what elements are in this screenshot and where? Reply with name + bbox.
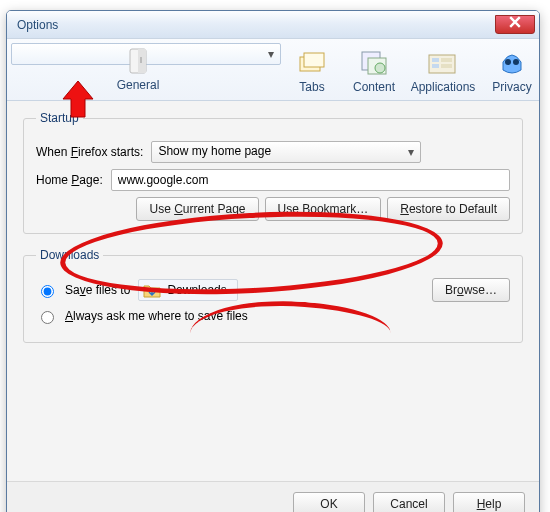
svg-point-7: [375, 63, 385, 73]
dialog-footer: OK Cancel Help: [7, 481, 539, 512]
help-button[interactable]: Help: [453, 492, 525, 512]
always-ask-label: Always ask me where to save files: [65, 309, 248, 323]
content-icon: [346, 48, 402, 78]
folder-icon: [143, 282, 161, 298]
downloads-folder-picker[interactable]: Downloads: [138, 279, 237, 301]
home-page-label: Home Page:: [36, 173, 103, 187]
startup-legend: Startup: [36, 111, 83, 125]
tab-tabs[interactable]: Tabs: [281, 43, 343, 100]
dialog-body: Startup When Firefox starts: Show my hom…: [7, 101, 539, 481]
close-icon: [509, 16, 521, 28]
restore-default-button[interactable]: Restore to Default: [387, 197, 510, 221]
tab-content[interactable]: Content: [343, 43, 405, 100]
use-current-page-button[interactable]: Use Current Page: [136, 197, 258, 221]
tabs-icon: [284, 48, 340, 78]
cancel-button[interactable]: Cancel: [373, 492, 445, 512]
startup-group: Startup When Firefox starts: Show my hom…: [23, 111, 523, 234]
svg-rect-9: [432, 58, 439, 62]
save-files-radio[interactable]: [41, 285, 54, 298]
when-firefox-starts-select[interactable]: Show my home page: [151, 141, 421, 163]
tab-privacy[interactable]: Privacy: [481, 43, 540, 100]
tab-label: Privacy: [484, 80, 540, 94]
svg-rect-4: [304, 53, 324, 67]
tab-label: Tabs: [284, 80, 340, 94]
privacy-icon: [484, 48, 540, 78]
options-dialog: Options General Tabs Content: [6, 10, 540, 512]
select-value: Show my home page: [158, 144, 271, 158]
when-firefox-starts-label: When Firefox starts:: [36, 145, 143, 159]
applications-icon: [408, 48, 478, 78]
svg-rect-12: [441, 64, 452, 68]
category-toolbar: General Tabs Content Applications Privac…: [7, 39, 539, 101]
tab-applications[interactable]: Applications: [405, 43, 481, 100]
window-title: Options: [17, 18, 495, 32]
tab-label: Applications: [408, 80, 478, 94]
tab-label: General: [18, 78, 258, 92]
svg-point-13: [505, 59, 511, 65]
tab-label: Content: [346, 80, 402, 94]
svg-rect-2: [140, 57, 142, 63]
home-page-input[interactable]: [111, 169, 510, 191]
close-button[interactable]: [495, 15, 535, 34]
general-icon: [18, 46, 258, 76]
svg-rect-10: [432, 64, 439, 68]
svg-point-14: [513, 59, 519, 65]
titlebar: Options: [7, 11, 539, 39]
folder-name: Downloads: [167, 283, 226, 297]
use-bookmark-button[interactable]: Use Bookmark…: [265, 197, 382, 221]
downloads-group: Downloads Save files to Downloads Browse…: [23, 248, 523, 343]
save-files-label: Save files to: [65, 283, 130, 297]
browse-button[interactable]: Browse…: [432, 278, 510, 302]
tab-general[interactable]: General: [11, 43, 281, 65]
downloads-legend: Downloads: [36, 248, 103, 262]
ok-button[interactable]: OK: [293, 492, 365, 512]
svg-rect-11: [441, 58, 452, 62]
always-ask-radio[interactable]: [41, 311, 54, 324]
